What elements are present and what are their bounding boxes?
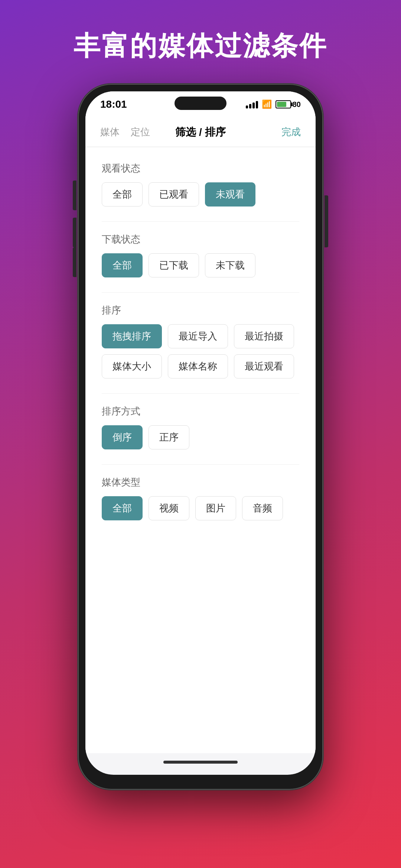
notch [175, 97, 226, 110]
tag-order-desc[interactable]: 倒序 [102, 425, 143, 449]
phone-shell: 18:01 📶 80 媒体 定位 [78, 84, 323, 790]
section-title-sort-order: 排序方式 [102, 405, 299, 418]
tag-group-watch: 全部 已观看 未观看 [102, 182, 299, 207]
section-sort-by: 排序 拖拽排序 最近导入 最近拍摄 媒体大小 媒体名称 最近观看 [102, 304, 299, 378]
section-media-type: 媒体类型 全部 视频 图片 音频 [102, 476, 299, 520]
divider-3 [102, 393, 299, 394]
battery-icon: 80 [276, 100, 301, 109]
status-time: 18:01 [100, 98, 127, 110]
nav-center: 筛选 / 排序 [150, 125, 251, 139]
status-icons: 📶 80 [246, 100, 301, 109]
tag-group-download: 全部 已下载 未下载 [102, 253, 299, 277]
nav-title: 筛选 / 排序 [175, 126, 225, 138]
section-title-sort: 排序 [102, 304, 299, 317]
phone-screen: 18:01 📶 80 媒体 定位 [85, 91, 316, 775]
wifi-icon: 📶 [262, 100, 272, 109]
status-bar: 18:01 📶 80 [85, 91, 316, 117]
tag-watch-watched[interactable]: 已观看 [149, 182, 199, 207]
section-watch-status: 观看状态 全部 已观看 未观看 [102, 162, 299, 207]
tag-sort-size[interactable]: 媒体大小 [102, 354, 162, 378]
page-title: 丰富的媒体过滤条件 [74, 30, 327, 62]
nav-bar: 媒体 定位 筛选 / 排序 完成 [85, 117, 316, 147]
tag-group-media-type: 全部 视频 图片 音频 [102, 496, 299, 520]
tag-type-all[interactable]: 全部 [102, 496, 143, 520]
section-sort-order: 排序方式 倒序 正序 [102, 405, 299, 449]
section-title-watch: 观看状态 [102, 162, 299, 175]
nav-done-button[interactable]: 完成 [281, 126, 301, 137]
tag-sort-recent-import[interactable]: 最近导入 [168, 324, 228, 348]
tag-group-sort: 拖拽排序 最近导入 最近拍摄 媒体大小 媒体名称 最近观看 [102, 324, 299, 378]
tag-sort-name[interactable]: 媒体名称 [168, 354, 228, 378]
tag-type-audio[interactable]: 音频 [242, 496, 283, 520]
divider-2 [102, 292, 299, 293]
content-area: 观看状态 全部 已观看 未观看 下载状态 全部 已下载 未下载 [85, 147, 316, 753]
tag-download-all[interactable]: 全部 [102, 253, 143, 277]
section-download-status: 下载状态 全部 已下载 未下载 [102, 233, 299, 277]
nav-left: 媒体 定位 [100, 126, 150, 139]
tag-sort-recent-watch[interactable]: 最近观看 [234, 354, 294, 378]
section-title-media-type: 媒体类型 [102, 476, 299, 489]
nav-right[interactable]: 完成 [251, 126, 301, 139]
tag-group-sort-order: 倒序 正序 [102, 425, 299, 449]
section-title-download: 下载状态 [102, 233, 299, 246]
tag-sort-recent-capture[interactable]: 最近拍摄 [234, 324, 294, 348]
nav-item-location[interactable]: 定位 [131, 126, 150, 139]
divider-4 [102, 464, 299, 465]
divider-1 [102, 221, 299, 222]
nav-item-media[interactable]: 媒体 [100, 126, 120, 139]
tag-type-video[interactable]: 视频 [149, 496, 189, 520]
signal-icon [246, 100, 258, 108]
tag-type-image[interactable]: 图片 [195, 496, 236, 520]
home-indicator [163, 761, 238, 764]
tag-not-downloaded[interactable]: 未下载 [205, 253, 255, 277]
tag-downloaded[interactable]: 已下载 [149, 253, 199, 277]
tag-order-asc[interactable]: 正序 [149, 425, 189, 449]
tag-watch-unwatched[interactable]: 未观看 [205, 182, 255, 207]
tag-watch-all[interactable]: 全部 [102, 182, 143, 207]
tag-sort-drag[interactable]: 拖拽排序 [102, 324, 162, 348]
